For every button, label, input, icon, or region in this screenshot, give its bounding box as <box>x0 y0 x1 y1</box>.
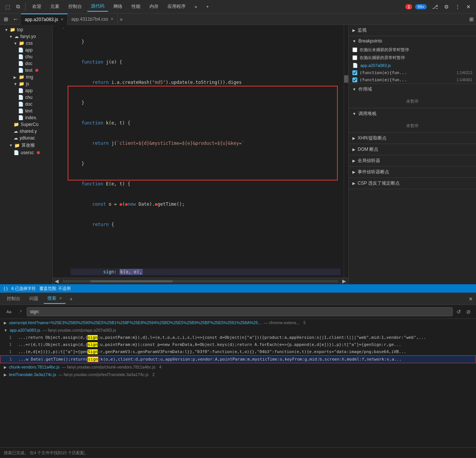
checkbox-uncaught-input[interactable] <box>352 47 357 52</box>
device-icon[interactable]: ⧉ <box>14 2 22 11</box>
horizontal-scroll-track[interactable] <box>62 280 338 282</box>
tree-item-index-js[interactable]: 📄 index. <box>0 114 52 121</box>
sidebar-toggle-btn[interactable]: ⊞ <box>2 15 11 24</box>
tab-application[interactable]: 应用程序 <box>164 2 189 11</box>
tree-item-ydlunac[interactable]: ☁ ydlunac <box>0 135 52 141</box>
add-bottom-tab-btn[interactable]: + <box>67 296 75 302</box>
branch-icon[interactable]: ⎇ <box>430 2 440 11</box>
search-results[interactable]: ▶ userscript.html?name=%25E3%2580%2590%2… <box>0 319 476 447</box>
tree-item-doc-css[interactable]: 📄 doc <box>0 60 52 67</box>
tree-label-doc-css: doc <box>25 61 32 66</box>
bottom-tab-search[interactable]: 搜索 ✕ <box>44 294 66 304</box>
tree-item-fanyi[interactable]: ▼ ☁ fanyi.yo <box>0 33 52 40</box>
horizontal-scrollbar[interactable]: ◀ ▶ <box>53 278 348 284</box>
checkbox-uncaught-label: 在抛出未捕获的异常时暂停 <box>360 47 409 53</box>
tab-elements[interactable]: 元素 <box>47 2 63 11</box>
clear-search-btn[interactable]: ⊘ <box>465 308 472 315</box>
tree-item-js[interactable]: ▼ 📁 js <box>0 80 52 87</box>
close-devtools-btn[interactable]: ✕ <box>464 2 473 11</box>
tree-label-usersc: usersc <box>21 150 34 155</box>
result-line-app-4[interactable]: 1 ...w Date).getTime();return{sign:k(o,e… <box>0 355 476 363</box>
checkbox-caught-input[interactable] <box>352 55 357 60</box>
tree-item-app-css[interactable]: 📄 app <box>0 47 52 53</box>
tab-close-app-js[interactable]: ✕ <box>60 17 63 21</box>
minimap-thumb[interactable] <box>344 75 348 83</box>
result-line-app-2[interactable]: 1 ...=r(d,t);Object.assign(d,{sign:u,poi… <box>0 341 476 348</box>
tree-item-chu-css[interactable]: 📄 chu <box>0 53 52 60</box>
file-icon-doc-js: 📄 <box>18 102 24 107</box>
close-bottom-panel-btn[interactable]: ✕ <box>468 296 473 302</box>
panel-global-listeners: ▶ 全局侦听器 <box>349 155 476 167</box>
inspect-icon[interactable]: ⬚ <box>3 2 12 11</box>
panel-scope-header[interactable]: ▼ 作用域 <box>349 84 476 95</box>
new-tab-btn[interactable]: ⊞ <box>467 15 476 24</box>
scroll-right-btn[interactable]: ▶ <box>340 278 348 284</box>
scroll-left-btn[interactable]: ◀ <box>53 278 61 284</box>
panel-breakpoints-header[interactable]: ▼ Breakpoints <box>349 36 476 46</box>
tab-performance[interactable]: 性能 <box>128 2 144 11</box>
tree-label-ydlunac: ydlunac <box>20 135 35 141</box>
callstack-arrow-icon: ▼ <box>352 112 356 116</box>
refresh-search-btn[interactable]: ↺ <box>455 308 462 315</box>
tree-item-suangaihou[interactable]: ▼ 📁 算改猴 <box>0 141 52 149</box>
panel-monitor-header[interactable]: ▶ 监视 <box>349 25 476 36</box>
search-regex-btn[interactable]: .* <box>16 308 24 315</box>
tree-item-superco[interactable]: 📁 SuperCo <box>0 121 52 128</box>
panel-dom-header[interactable]: ▶ DOM 断点 <box>349 144 476 155</box>
result-file-text[interactable]: ▶ textTranslate.3a3a174c.js — fanyi.youd… <box>0 371 476 378</box>
tree-item-chu-js[interactable]: 📄 chu <box>0 94 52 101</box>
cloud-icon-fanyi: ☁ <box>14 34 19 39</box>
search-tab-close-btn[interactable]: ✕ <box>59 296 62 300</box>
result-line-app-3[interactable]: 1 ...(e,d[e])}),p);t["a"]={genSign:r,gen… <box>0 348 476 355</box>
tab-network[interactable]: 网络 <box>110 2 126 11</box>
bp-2-checkbox[interactable] <box>352 77 357 82</box>
bottom-tab-issues[interactable]: 问题 <box>26 294 42 303</box>
code-scroll-area[interactable]: - } function j(e) { return <box>53 25 348 278</box>
tree-item-usersc[interactable]: 📄 usersc <box>0 149 52 156</box>
expand-tabs-btn[interactable]: » <box>118 16 125 22</box>
result-file-app[interactable]: ▼ app.a207a083.js — fanyi.youdao.com/js/… <box>0 326 476 334</box>
panel-xhr-header[interactable]: ▶ XHR/提取断点 <box>349 133 476 144</box>
panel-breakpoints: ▼ Breakpoints 在抛出未捕获的异常时暂停 在抛出捕获的异常时暂停 📄… <box>349 36 476 84</box>
tree-item-doc-js[interactable]: 📄 doc <box>0 101 52 108</box>
result-file-chunk[interactable]: ▶ chunk-vendors.7811a4bc.js — fanyi.youd… <box>0 363 476 371</box>
panel-event-header[interactable]: ▶ 事件侦听器断点 <box>349 167 476 177</box>
search-case-btn[interactable]: Aa <box>4 308 14 315</box>
settings-btn[interactable]: ⚙ <box>442 2 451 11</box>
tab-console[interactable]: 控制台 <box>65 2 86 11</box>
result-file-userscript[interactable]: ▶ userscript.html?name=%25E3%2580%2590%2… <box>0 319 476 326</box>
tree-item-css[interactable]: ▼ 📁 css <box>0 40 52 47</box>
panel-global-header[interactable]: ▶ 全局侦听器 <box>349 155 476 166</box>
add-panel-btn[interactable]: + <box>202 3 213 11</box>
status-coverage: 覆盖范围: 不适用 <box>39 286 71 291</box>
result-line-app-1[interactable]: 1 ...;return Object.assign(d,{sign:u,poi… <box>0 334 476 341</box>
bp-1-checkbox[interactable] <box>352 70 357 75</box>
warn-badge: 99+ <box>415 4 427 9</box>
tree-label-chu-js: chu <box>25 95 32 100</box>
tab-sources[interactable]: 源代码 <box>87 2 108 12</box>
tree-item-shared[interactable]: ☁ shared.y <box>0 128 52 135</box>
file-tab-css[interactable]: app.4311b7b4.css ✕ <box>68 14 118 25</box>
search-input[interactable]: sign: <box>27 307 453 316</box>
tree-item-img[interactable]: ▶ 📁 img <box>0 74 52 80</box>
bottom-tab-console[interactable]: 控制台 <box>3 294 24 303</box>
result-file-path-app: — fanyi.youdao.com/js/app.a207a083.js <box>42 328 116 332</box>
code-content[interactable]: } function j(e) { return i.a.createHash(… <box>68 25 344 278</box>
more-tabs-btn[interactable]: » <box>191 3 201 11</box>
tab-close-css[interactable]: ✕ <box>110 17 113 21</box>
tab-welcome[interactable]: 欢迎 <box>29 2 45 11</box>
tree-item-text-js[interactable]: 📄 text <box>0 108 52 114</box>
panel-csp-header[interactable]: ▶ CSP 违反了规定断点 <box>349 178 476 189</box>
file-tab-app-js[interactable]: app.a207a083.js ✕ <box>21 14 68 25</box>
result-line-num-1: 1 <box>9 335 17 340</box>
back-btn[interactable]: ← <box>11 14 21 24</box>
tree-item-app-js[interactable]: 📄 app <box>0 87 52 94</box>
minimap[interactable] <box>344 25 348 278</box>
tab-memory[interactable]: 内存 <box>146 2 162 11</box>
panel-breakpoints-label: Breakpoints <box>358 38 382 44</box>
more-options-btn[interactable]: ⋮ <box>453 2 462 11</box>
tree-item-text-css[interactable]: 📄 text <box>0 67 52 74</box>
tree-item-top[interactable]: ▼ 📁 top <box>0 26 52 33</box>
panel-monitor: ▶ 监视 <box>349 25 476 36</box>
panel-callstack-header[interactable]: ▼ 调用堆栈 <box>349 108 476 119</box>
